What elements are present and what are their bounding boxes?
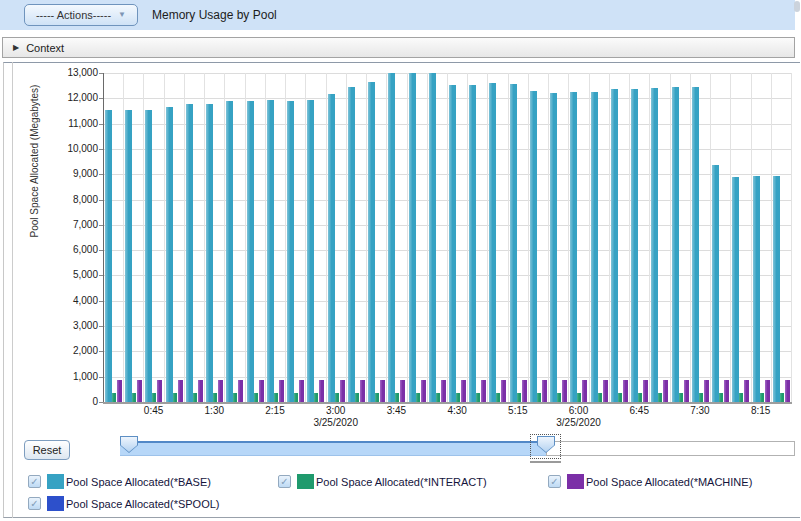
bar-pool-space-allocated-base-: [206, 104, 213, 402]
legend-label: Pool Space Allocated(*MACHINE): [586, 476, 752, 488]
bar-pool-space-allocated-base-: [409, 73, 416, 402]
x-axis-line: [103, 402, 792, 404]
legend-checkbox[interactable]: ✓: [28, 475, 41, 488]
bar-pool-space-allocated-base-: [591, 92, 598, 402]
bar-pool-space-allocated-base-: [287, 101, 294, 402]
gridline-vertical: [204, 73, 205, 402]
legend-label: Pool Space Allocated(*SPOOL): [66, 498, 219, 510]
slider-handle-focus-outline: [530, 434, 561, 459]
bar-pool-space-allocated-interact-: [355, 393, 359, 402]
bar-pool-space-allocated-interact-: [658, 393, 662, 402]
y-axis-tick-label: 7,000: [38, 219, 98, 231]
x-axis-tick-label: 3:45: [387, 405, 406, 417]
bar-pool-space-allocated-machine-: [218, 380, 223, 402]
y-axis-tick-label: 10,000: [38, 143, 98, 155]
bar-pool-space-allocated-interact-: [112, 393, 116, 402]
bar-pool-space-allocated-interact-: [598, 393, 602, 402]
bar-pool-space-allocated-base-: [145, 110, 152, 402]
gridline-vertical: [224, 73, 225, 402]
bar-pool-space-allocated-machine-: [279, 380, 284, 402]
time-range-slider-selected[interactable]: [120, 441, 546, 456]
gridline-vertical: [730, 73, 731, 402]
bar-pool-space-allocated-interact-: [314, 393, 318, 402]
bar-pool-space-allocated-machine-: [643, 380, 648, 402]
bar-pool-space-allocated-machine-: [765, 380, 770, 402]
bar-pool-space-allocated-machine-: [299, 380, 304, 402]
bar-pool-space-allocated-base-: [348, 87, 355, 402]
bar-pool-space-allocated-base-: [773, 176, 780, 402]
reset-button[interactable]: Reset: [24, 440, 70, 460]
bar-pool-space-allocated-base-: [388, 73, 395, 402]
bar-pool-space-allocated-base-: [510, 84, 517, 402]
gridline-vertical: [245, 73, 246, 402]
bar-pool-space-allocated-machine-: [684, 380, 689, 402]
gridline-vertical: [751, 73, 752, 402]
gridline-vertical: [690, 73, 691, 402]
page-title: Memory Usage by Pool: [152, 0, 277, 30]
bar-pool-space-allocated-interact-: [193, 393, 197, 402]
gridline-vertical: [670, 73, 671, 402]
bar-pool-space-allocated-base-: [672, 87, 679, 402]
y-axis-tick-label: 8,000: [38, 194, 98, 206]
y-axis-tick-label: 5,000: [38, 269, 98, 281]
bar-pool-space-allocated-base-: [570, 92, 577, 402]
bar-pool-space-allocated-machine-: [481, 380, 486, 402]
bar-pool-space-allocated-base-: [186, 104, 193, 402]
bar-pool-space-allocated-interact-: [213, 393, 217, 402]
legend-color-swatch: [297, 474, 314, 489]
gridline-vertical: [143, 73, 144, 402]
bar-pool-space-allocated-interact-: [496, 393, 500, 402]
panel-divider: [12, 62, 13, 518]
gridline-vertical: [508, 73, 509, 402]
bar-pool-space-allocated-machine-: [623, 380, 628, 402]
legend-checkbox[interactable]: ✓: [548, 475, 561, 488]
bar-pool-space-allocated-base-: [226, 101, 233, 402]
legend-label: Pool Space Allocated(*BASE): [66, 476, 211, 488]
bar-pool-space-allocated-base-: [469, 85, 476, 402]
gridline-vertical: [771, 73, 772, 402]
gridline-vertical: [265, 73, 266, 402]
gridline-vertical: [710, 73, 711, 402]
legend-checkbox[interactable]: ✓: [28, 497, 41, 510]
gridline-vertical: [609, 73, 610, 402]
bar-pool-space-allocated-base-: [368, 82, 375, 402]
bar-pool-space-allocated-interact-: [416, 393, 420, 402]
time-range-slider-track[interactable]: [546, 441, 795, 456]
bar-pool-space-allocated-base-: [166, 107, 173, 402]
x-axis-tick-label: 1:30: [205, 405, 224, 417]
gridline-vertical: [487, 73, 488, 402]
y-axis-tick-label: 3,000: [38, 320, 98, 332]
gridline-vertical: [629, 73, 630, 402]
legend-label: Pool Space Allocated(*INTERACT): [316, 476, 487, 488]
context-section-toggle[interactable]: ▶ Context: [2, 37, 795, 58]
bar-pool-space-allocated-base-: [692, 87, 699, 402]
gridline-vertical: [791, 73, 792, 402]
bar-pool-space-allocated-interact-: [233, 393, 237, 402]
bar-pool-space-allocated-interact-: [739, 393, 743, 402]
y-axis-tick-label: 1,000: [38, 371, 98, 383]
actions-dropdown-label: ----- Actions-----: [36, 9, 111, 21]
bar-pool-space-allocated-interact-: [152, 393, 156, 402]
bar-pool-space-allocated-machine-: [198, 380, 203, 402]
x-axis-date-label: 3/25/2020: [556, 417, 601, 429]
gridline-vertical: [305, 73, 306, 402]
y-axis-tick-label: 2,000: [38, 345, 98, 357]
bar-pool-space-allocated-base-: [429, 73, 436, 402]
actions-dropdown[interactable]: ----- Actions----- ▼: [24, 4, 138, 26]
legend-checkbox[interactable]: ✓: [278, 475, 291, 488]
bar-pool-space-allocated-base-: [732, 177, 739, 402]
bar-pool-space-allocated-machine-: [238, 380, 243, 402]
bar-pool-space-allocated-base-: [631, 89, 638, 402]
bar-pool-space-allocated-interact-: [395, 393, 399, 402]
y-axis-tick-label: 0: [38, 396, 98, 408]
bar-pool-space-allocated-interact-: [375, 393, 379, 402]
bar-pool-space-allocated-machine-: [319, 380, 324, 402]
y-axis-tick-label: 4,000: [38, 295, 98, 307]
x-axis-date-label: 3/25/2020: [313, 417, 358, 429]
gridline-vertical: [649, 73, 650, 402]
bar-pool-space-allocated-machine-: [663, 380, 668, 402]
bar-pool-space-allocated-interact-: [294, 393, 298, 402]
bar-pool-space-allocated-machine-: [137, 380, 142, 402]
gridline-vertical: [548, 73, 549, 402]
vertical-scrollbar-thumb[interactable]: [794, 1, 800, 12]
